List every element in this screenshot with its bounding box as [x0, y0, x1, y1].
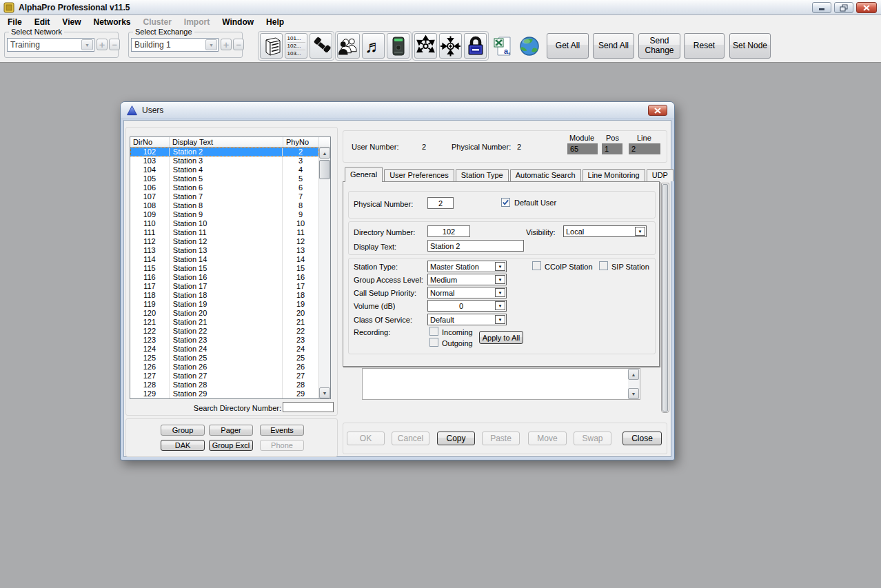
close-dialog-button[interactable]: Close	[622, 432, 662, 445]
users-dialog-titlebar[interactable]: Users	[121, 102, 674, 119]
default-user-checkbox[interactable]	[501, 198, 510, 207]
get-all-button[interactable]: Get All	[547, 33, 589, 59]
events-button[interactable]: Events	[260, 425, 304, 436]
tab-station-type[interactable]: Station Type	[456, 169, 509, 181]
station-row[interactable]: 110Station 1010	[130, 219, 318, 228]
station-row[interactable]: 104Station 44	[130, 165, 318, 174]
station-type-select[interactable]: Master Station ▼	[427, 261, 507, 272]
chevron-down-icon[interactable]: ▼	[495, 275, 505, 284]
menu-window[interactable]: Window	[216, 16, 260, 28]
send-all-button[interactable]: Send All	[593, 33, 634, 59]
send-change-button[interactable]: Send Change	[638, 33, 680, 59]
exchange-combobox[interactable]: Building 1 ▼	[131, 38, 219, 52]
station-row[interactable]: 113Station 1313	[130, 246, 318, 255]
scrollbar-thumb[interactable]	[662, 184, 668, 412]
visibility-select[interactable]: Local ▼	[563, 225, 647, 237]
network-remove-button[interactable]: －	[109, 39, 120, 50]
station-row[interactable]: 108Station 88	[130, 201, 318, 210]
chevron-down-icon[interactable]: ▼	[495, 315, 505, 324]
tab-udp[interactable]: UDP	[647, 169, 674, 181]
copy-button[interactable]: Copy	[437, 432, 475, 445]
distribute-out-icon[interactable]	[414, 33, 437, 59]
scroll-up-icon[interactable]: ▲	[319, 148, 330, 159]
notes-textarea[interactable]	[362, 368, 640, 400]
station-row[interactable]: 106Station 66	[130, 183, 318, 192]
sip-station-checkbox[interactable]	[599, 261, 608, 270]
pager-button[interactable]: Pager	[209, 425, 253, 436]
tab-automatic-search[interactable]: Automatic Search	[510, 169, 581, 181]
dialog-close-button[interactable]	[648, 105, 667, 116]
tab-line-monitoring[interactable]: Line Monitoring	[583, 169, 645, 181]
station-row[interactable]: 127Station 2727	[130, 372, 318, 381]
scroll-down-icon[interactable]: ▼	[319, 387, 330, 398]
tab-user-preferences[interactable]: User Preferences	[384, 169, 454, 181]
station-row[interactable]: 111Station 1111	[130, 228, 318, 237]
station-row[interactable]: 119Station 1919	[130, 300, 318, 309]
station-list-scrollbar[interactable]: ▲ ▼	[318, 148, 330, 398]
station-row[interactable]: 103Station 33	[130, 156, 318, 165]
station-row[interactable]: 105Station 55	[130, 174, 318, 183]
chevron-down-icon[interactable]: ▼	[81, 39, 93, 50]
exchange-remove-button[interactable]: －	[233, 39, 244, 50]
search-directory-input[interactable]	[283, 402, 334, 412]
chevron-down-icon[interactable]: ▼	[205, 39, 217, 50]
station-row[interactable]: 117Station 1717	[130, 282, 318, 291]
menu-networks[interactable]: Networks	[87, 16, 136, 28]
restore-button[interactable]	[834, 2, 853, 13]
station-row[interactable]: 107Station 77	[130, 192, 318, 201]
chevron-down-icon[interactable]: ▼	[495, 288, 505, 297]
recording-outgoing-checkbox[interactable]	[429, 338, 438, 347]
station-row[interactable]: 114Station 1414	[130, 255, 318, 264]
network-globe-icon[interactable]	[518, 34, 541, 59]
group-button[interactable]: Group	[161, 425, 205, 436]
station-row[interactable]: 120Station 2020	[130, 309, 318, 318]
station-row[interactable]: 112Station 1212	[130, 237, 318, 246]
display-text-input[interactable]: Station 2	[427, 240, 524, 252]
column-header-dirno[interactable]: DirNo	[130, 137, 170, 148]
class-of-service-select[interactable]: Default ▼	[427, 314, 507, 325]
ccoip-station-checkbox[interactable]	[532, 261, 541, 270]
chevron-down-icon[interactable]: ▼	[495, 301, 505, 310]
network-combobox[interactable]: Training ▼	[7, 38, 94, 52]
station-row[interactable]: 129Station 2929	[130, 389, 318, 398]
exchange-add-button[interactable]: ＋	[221, 39, 232, 50]
station-row[interactable]: 121Station 2121	[130, 318, 318, 327]
menu-view[interactable]: View	[56, 16, 87, 28]
close-button[interactable]	[856, 2, 877, 13]
export-list-icon[interactable]: a,	[492, 34, 515, 59]
reset-button[interactable]: Reset	[684, 33, 725, 59]
group-access-select[interactable]: Medium ▼	[427, 274, 507, 285]
security-lock-icon[interactable]	[464, 33, 487, 59]
group-excl-button[interactable]: Group Excl	[209, 440, 253, 451]
audio-program-icon[interactable]: ♬	[362, 33, 385, 59]
volume-select[interactable]: 0 ▼	[427, 300, 507, 312]
station-row[interactable]: 115Station 1515	[130, 264, 318, 273]
collect-in-icon[interactable]	[439, 33, 462, 59]
minimize-button[interactable]	[812, 2, 831, 13]
station-row[interactable]: 124Station 2424	[130, 345, 318, 354]
phone-handset-icon[interactable]	[310, 33, 332, 59]
station-row[interactable]: 122Station 2222	[130, 327, 318, 336]
column-header-display-text[interactable]: Display Text	[170, 137, 283, 148]
apply-to-all-button[interactable]: Apply to All	[479, 331, 523, 344]
scroll-up-icon[interactable]: ▲	[628, 369, 639, 380]
chevron-down-icon[interactable]: ▼	[635, 227, 645, 236]
tab-general[interactable]: General	[345, 167, 383, 182]
set-node-button[interactable]: Set Node	[729, 33, 771, 59]
dak-button[interactable]: DAK	[161, 440, 205, 451]
station-row[interactable]: 102Station 22	[130, 148, 318, 156]
recording-incoming-checkbox[interactable]	[429, 327, 438, 336]
directory-numbers-icon[interactable]: 101... 102... 103...	[285, 33, 307, 59]
station-row[interactable]: 126Station 2626	[130, 363, 318, 372]
scroll-down-icon[interactable]: ▼	[628, 388, 639, 399]
network-add-button[interactable]: ＋	[97, 39, 108, 50]
user-group-icon[interactable]	[337, 33, 360, 59]
station-row[interactable]: 128Station 2828	[130, 381, 318, 389]
scrollbar-thumb[interactable]	[319, 160, 330, 179]
physical-number-input[interactable]: 2	[427, 197, 454, 209]
menu-file[interactable]: File	[1, 16, 28, 28]
pager-device-icon[interactable]	[387, 33, 409, 59]
station-row[interactable]: 109Station 99	[130, 210, 318, 219]
call-setup-select[interactable]: Normal ▼	[427, 287, 507, 298]
station-row[interactable]: 125Station 2525	[130, 354, 318, 363]
